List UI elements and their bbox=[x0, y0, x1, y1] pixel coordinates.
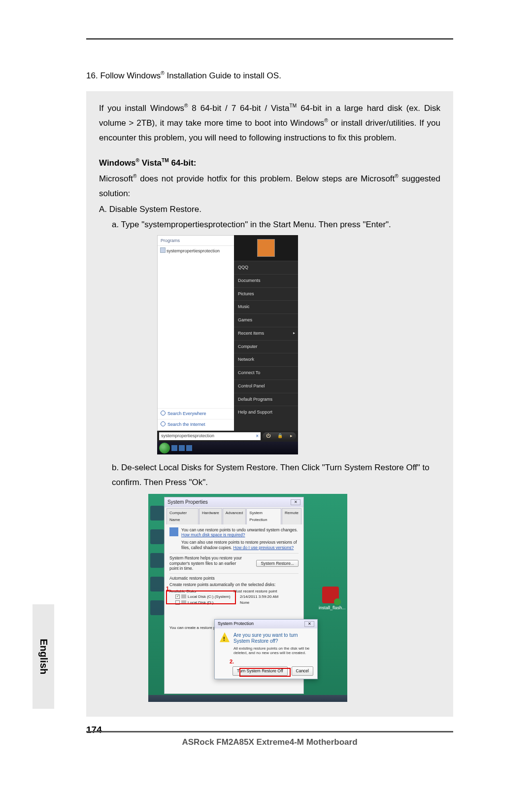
menu-games[interactable]: Games bbox=[234, 313, 298, 327]
menu-connect[interactable]: Connect To bbox=[234, 366, 298, 380]
taskbar bbox=[157, 442, 298, 454]
reg-mark: ® bbox=[135, 158, 139, 164]
note-box: If you install Windows® 8 64-bit / 7 64-… bbox=[86, 91, 453, 717]
confirm-title: System Protection bbox=[218, 620, 254, 628]
disk-d-date: None bbox=[240, 600, 249, 605]
h-a: Windows bbox=[99, 158, 135, 168]
dialog-title: System Properties bbox=[167, 498, 208, 507]
menu-network[interactable]: Network bbox=[234, 353, 298, 366]
desc-1: You can use restore points to undo unwan… bbox=[181, 527, 298, 532]
language-tab: English bbox=[33, 604, 54, 709]
power-button-group[interactable]: ⏻ 🔒 ▸ bbox=[263, 432, 296, 440]
h-b: Vista bbox=[139, 158, 162, 168]
taskbar-icon[interactable] bbox=[179, 445, 185, 451]
start-button[interactable] bbox=[159, 443, 170, 453]
desktop-shortcut-flash[interactable]: install_flash... bbox=[319, 587, 342, 612]
page-number: 174 bbox=[86, 725, 105, 735]
desktop-icon[interactable] bbox=[150, 529, 164, 544]
user-avatar bbox=[257, 239, 275, 257]
confirm-subtext: All existing restore points on the disk … bbox=[233, 646, 312, 656]
confirm-dialog: System Protection ✕ Are you sure you wan… bbox=[214, 619, 318, 679]
page-content: 16. Follow Windows® Installation Guide t… bbox=[86, 69, 453, 717]
link-disk-space[interactable]: How much disk space is required? bbox=[181, 532, 245, 537]
desktop-icon[interactable] bbox=[150, 577, 164, 591]
auto-label: Automatic restore points bbox=[169, 576, 299, 581]
note-intro: If you install Windows® 8 64-bit / 7 64-… bbox=[99, 101, 440, 145]
program-result[interactable]: systempropertiesprotection bbox=[158, 246, 234, 257]
sleep-icon[interactable]: ⏻ bbox=[266, 432, 270, 440]
taskbar-icon[interactable] bbox=[171, 445, 177, 451]
confirm-question: Are you sure you want to turn System Res… bbox=[233, 632, 312, 644]
cancel-button[interactable]: Cancel bbox=[292, 666, 313, 676]
start-right-column: QQQ Documents Pictures Music Games Recen… bbox=[234, 235, 298, 431]
ms-para: Microsoft® does not provide hotfix for t… bbox=[99, 172, 440, 201]
link-prev-versions[interactable]: How do I use previous versions? bbox=[233, 545, 294, 550]
dialog-title-bar: System Properties ✕ bbox=[165, 497, 303, 507]
search-internet[interactable]: Search the Internet bbox=[158, 419, 234, 430]
intro-a: If you install Windows bbox=[99, 104, 184, 113]
h-c: 64-bit: bbox=[169, 158, 197, 168]
lock-icon[interactable]: 🔒 bbox=[277, 432, 283, 440]
menu-pictures[interactable]: Pictures bbox=[234, 287, 298, 301]
disk-c-date: 2/14/2011 3:59:20 AM bbox=[240, 594, 278, 599]
top-rule bbox=[86, 38, 453, 39]
screenshot-start-menu: Programs systempropertiesprotection Sear… bbox=[157, 235, 298, 454]
user-name[interactable]: QQQ bbox=[234, 261, 298, 274]
warning-icon bbox=[220, 632, 230, 642]
step-num: 16. bbox=[86, 71, 98, 80]
taskbar-icon[interactable] bbox=[186, 445, 192, 451]
menu-label: Recent Items bbox=[238, 331, 264, 336]
search-everywhere[interactable]: Search Everywhere bbox=[158, 408, 234, 419]
tab-strip: Computer Name Hardware Advanced System P… bbox=[165, 507, 303, 524]
desktop-icons bbox=[150, 506, 165, 615]
start-search-input[interactable]: systempropertiesprotection × bbox=[159, 432, 261, 440]
bottom-rule bbox=[86, 731, 453, 732]
start-left-column: Programs systempropertiesprotection Sear… bbox=[157, 235, 234, 431]
footer-text: ASRock FM2A85X Extreme4-M Motherboard bbox=[86, 737, 453, 747]
clear-icon[interactable]: × bbox=[256, 432, 259, 441]
tab-remote[interactable]: Remote bbox=[282, 508, 301, 524]
reg-mark: ® bbox=[324, 118, 328, 123]
chevron-right-icon: ▸ bbox=[293, 330, 295, 337]
step-A: A. Disable System Restore. bbox=[99, 202, 440, 217]
menu-help[interactable]: Help and Support bbox=[234, 406, 298, 419]
menu-defprog[interactable]: Default Programs bbox=[234, 393, 298, 406]
callout-2: 2. bbox=[230, 657, 234, 666]
flash-icon bbox=[322, 587, 339, 603]
close-button[interactable]: ✕ bbox=[304, 621, 314, 627]
tab-system-protection[interactable]: System Protection bbox=[246, 508, 281, 524]
callout-box-2 bbox=[239, 668, 291, 677]
sub-step-b: b. De-select Local Disks for System Rest… bbox=[112, 460, 440, 490]
shortcut-label: install_flash... bbox=[319, 605, 346, 610]
shutdown-menu-icon[interactable]: ▸ bbox=[290, 432, 293, 440]
desktop-icon[interactable] bbox=[150, 600, 164, 615]
desktop-icon[interactable] bbox=[150, 506, 164, 520]
menu-cpanel[interactable]: Control Panel bbox=[234, 380, 298, 393]
taskbar bbox=[148, 695, 347, 702]
step-16: 16. Follow Windows® Installation Guide t… bbox=[86, 69, 453, 82]
tab-hardware[interactable]: Hardware bbox=[199, 508, 222, 524]
menu-music[interactable]: Music bbox=[234, 300, 298, 313]
close-button[interactable]: ✕ bbox=[291, 499, 300, 505]
tm-mark: TM bbox=[162, 158, 169, 164]
ms1: Microsoft bbox=[99, 174, 133, 183]
confirm-title-bar: System Protection ✕ bbox=[215, 620, 317, 628]
system-restore-button[interactable]: System Restore... bbox=[256, 560, 299, 567]
sub-step-a: a. Type "systempropertiesprotection" in … bbox=[112, 217, 440, 232]
desktop-icon[interactable] bbox=[150, 553, 164, 568]
step-text-b: Installation Guide to install OS. bbox=[165, 71, 281, 80]
callout-box-1 bbox=[166, 590, 236, 604]
menu-recent[interactable]: Recent Items▸ bbox=[234, 327, 298, 340]
menu-documents[interactable]: Documents bbox=[234, 274, 298, 287]
step-text-a: Follow Windows bbox=[100, 71, 161, 80]
restore-icon bbox=[169, 527, 178, 536]
tab-advanced[interactable]: Advanced bbox=[223, 508, 246, 524]
intro-b: 8 64-bit / 7 64-bit / Vista bbox=[188, 104, 289, 113]
heading-vista: Windows® VistaTM 64-bit: bbox=[99, 156, 440, 171]
search-value: systempropertiesprotection bbox=[161, 432, 214, 440]
screenshot-system-properties: install_flash... System Properties ✕ Com… bbox=[148, 494, 347, 702]
programs-header: Programs bbox=[158, 236, 234, 246]
language-label: English bbox=[38, 639, 49, 674]
menu-computer[interactable]: Computer bbox=[234, 340, 298, 353]
tab-computer-name[interactable]: Computer Name bbox=[166, 508, 199, 524]
